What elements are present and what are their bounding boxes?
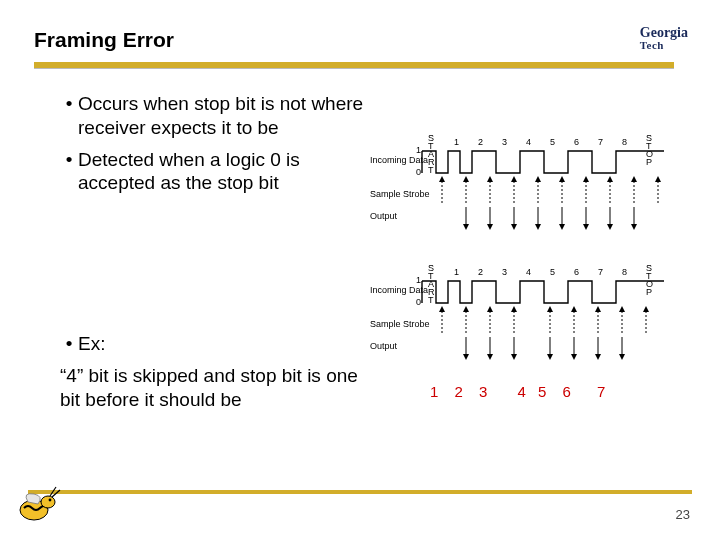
label-output: Output [370,211,398,221]
level-0b: 0 [416,297,421,307]
bit-label: T [428,295,434,305]
label-sample-strobe-2: Sample Strobe [370,319,430,329]
ex-text: “4” bit is skipped and stop bit is one b… [60,364,370,412]
waveform-error [422,281,664,303]
level-1b: 1 [416,275,421,285]
footer-rule [28,490,692,494]
bullet-dot-icon: • [60,92,78,140]
label-incoming-data: Incoming Data [370,155,428,165]
bit-label: 4 [526,137,531,147]
svg-point-38 [49,499,52,502]
level-1: 1 [416,145,421,155]
error-bit-sequence: 1 2 3 4 5 6 7 [430,383,605,400]
err-n: 5 [538,383,546,400]
bit-label: 3 [502,137,507,147]
logo-georgia-tech: Georgia Tech [640,26,688,51]
err-n: 1 [430,383,438,400]
bullet-text: Detected when a logic 0 is accepted as t… [78,148,370,196]
err-n: 6 [563,383,571,400]
logo-line2: Tech [640,40,688,51]
bit-label: T [428,165,434,175]
bit-label: P [646,157,652,167]
timing-diagram: Incoming Data Sample Strobe Output 1 0 S… [368,135,700,385]
bit-label: 7 [598,137,603,147]
bullet-item: • Occurs when stop bit is not where rece… [60,92,370,140]
bit-label: 6 [574,137,579,147]
bit-label: 8 [622,267,627,277]
label-sample-strobe: Sample Strobe [370,189,430,199]
bit-label: 8 [622,137,627,147]
output-arrows-error [466,337,622,357]
bullet-list: • Occurs when stop bit is not where rece… [60,92,370,203]
bit-label: 7 [598,267,603,277]
bullet-item: • Detected when a logic 0 is accepted as… [60,148,370,196]
bit-label: 6 [574,267,579,277]
waveform-correct [422,151,664,173]
strobe-arrows-correct [442,179,658,203]
level-0: 0 [416,167,421,177]
bit-label: P [646,287,652,297]
ex-label: Ex: [78,332,370,356]
svg-point-37 [41,496,55,508]
mascot-yellow-jacket-icon [10,480,74,528]
output-arrows-correct [466,207,634,227]
bullet-text: Occurs when stop bit is not where receiv… [78,92,370,140]
label-incoming-data-2: Incoming Data [370,285,428,295]
bit-label: 3 [502,267,507,277]
bullet-dot-icon: • [60,332,78,356]
label-output-2: Output [370,341,398,351]
bit-label: 2 [478,137,483,147]
err-n: 3 [479,383,487,400]
bullet-item: • Ex: [60,332,370,356]
err-n: 2 [455,383,463,400]
bit-label: 4 [526,267,531,277]
strobe-arrows-error [442,309,646,333]
bit-label: 5 [550,267,555,277]
bit-label: 1 [454,137,459,147]
bit-label: 2 [478,267,483,277]
logo-line1: Georgia [640,26,688,40]
bullet-dot-icon: • [60,148,78,196]
err-n: 4 [518,383,526,400]
bit-label: 5 [550,137,555,147]
err-n: 7 [597,383,605,400]
example-block: • Ex: “4” bit is skipped and stop bit is… [60,332,370,411]
title-rule-gray [34,68,674,69]
page-number: 23 [676,507,690,522]
bit-label: 1 [454,267,459,277]
page-title: Framing Error [34,28,174,52]
